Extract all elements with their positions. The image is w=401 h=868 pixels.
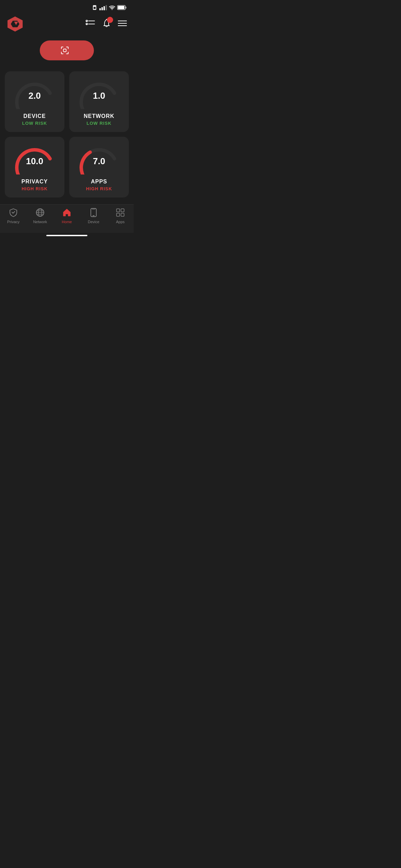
card-risk-network: LOW RISK (87, 121, 112, 126)
nav-icon-home (62, 208, 71, 218)
svg-rect-33 (121, 213, 124, 216)
scan-section (0, 38, 134, 66)
header (0, 13, 134, 38)
card-risk-device: LOW RISK (22, 121, 47, 126)
nav-icon-privacy (9, 208, 17, 218)
nav-item-privacy[interactable]: Privacy (0, 208, 27, 224)
notification-badge (107, 17, 113, 23)
card-title-privacy: PRIVACY (22, 179, 48, 185)
svg-rect-31 (121, 209, 124, 212)
globe-icon (36, 208, 45, 217)
svg-rect-21 (63, 49, 66, 52)
bottom-nav: Privacy Network Home Device Apps (0, 204, 134, 233)
card-privacy[interactable]: 10.0 PRIVACY HIGH RISK (5, 137, 64, 197)
checklist-icon[interactable] (86, 20, 95, 28)
scan-button[interactable] (40, 40, 94, 60)
wifi-icon (109, 5, 115, 10)
nav-label-network: Network (33, 220, 47, 224)
svg-rect-5 (106, 5, 107, 10)
signal-icon (99, 5, 107, 10)
card-risk-privacy: HIGH RISK (22, 186, 48, 191)
scan-icon (60, 46, 69, 55)
gauge-wrap-apps: 7.0 (77, 144, 121, 174)
card-title-network: NETWORK (84, 113, 114, 119)
nav-item-home[interactable]: Home (53, 208, 80, 224)
card-risk-apps: HIGH RISK (86, 186, 112, 191)
nav-label-apps: Apps (116, 220, 124, 224)
home-indicator (46, 235, 87, 236)
nav-label-device: Device (88, 220, 99, 224)
svg-rect-3 (101, 7, 103, 10)
nav-item-network[interactable]: Network (27, 208, 53, 224)
gauge-wrap-network: 1.0 (77, 78, 121, 109)
card-device[interactable]: 2.0 DEVICE LOW RISK (5, 71, 64, 132)
nav-item-device[interactable]: Device (80, 208, 107, 224)
cards-grid: 2.0 DEVICE LOW RISK 1.0 NETWORK LOW RISK (0, 66, 134, 201)
gauge-wrap-privacy: 10.0 (12, 144, 57, 174)
svg-rect-8 (125, 7, 126, 9)
svg-rect-9 (118, 6, 124, 9)
card-title-apps: APPS (91, 179, 107, 185)
card-title-device: DEVICE (23, 113, 46, 119)
nav-icon-device (90, 208, 97, 218)
nav-item-apps[interactable]: Apps (107, 208, 134, 224)
status-icons (92, 5, 127, 10)
card-apps[interactable]: 7.0 APPS HIGH RISK (69, 137, 129, 197)
header-actions (86, 19, 127, 29)
shield-icon (9, 208, 17, 217)
apps-icon (116, 208, 125, 217)
home-icon (62, 208, 71, 217)
svg-rect-1 (94, 7, 96, 9)
svg-rect-2 (99, 8, 101, 10)
device-icon (90, 208, 97, 217)
status-bar (0, 0, 134, 13)
notification-bell[interactable] (102, 19, 111, 29)
nav-label-home: Home (62, 220, 72, 224)
gauge-value-device: 2.0 (28, 91, 41, 101)
svg-point-6 (112, 9, 112, 10)
gauge-wrap-device: 2.0 (12, 78, 57, 109)
gauge-value-apps: 7.0 (93, 156, 105, 167)
nav-label-privacy: Privacy (7, 220, 20, 224)
svg-rect-4 (104, 6, 105, 10)
sim-icon (92, 5, 97, 10)
card-network[interactable]: 1.0 NETWORK LOW RISK (69, 71, 129, 132)
svg-rect-30 (117, 209, 120, 212)
battery-icon (117, 5, 127, 10)
gauge-value-network: 1.0 (93, 91, 105, 101)
app-logo[interactable] (7, 16, 23, 32)
nav-icon-network (36, 208, 45, 218)
gauge-value-privacy: 10.0 (26, 156, 44, 167)
nav-icon-apps (116, 208, 125, 218)
menu-icon[interactable] (118, 20, 127, 28)
svg-rect-32 (117, 213, 120, 216)
